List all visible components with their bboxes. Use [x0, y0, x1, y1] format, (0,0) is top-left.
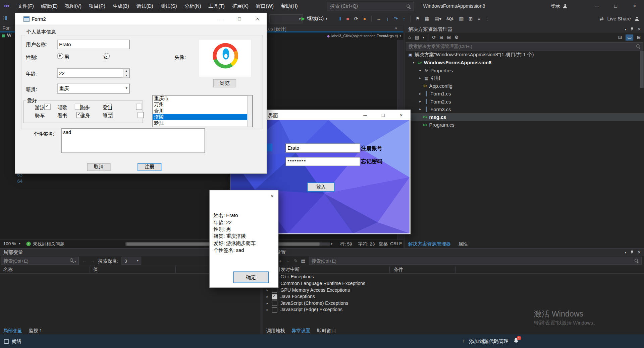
forgot-password-link[interactable]: 忘记密码 [361, 158, 382, 165]
solution-explorer-scrollbar[interactable] [640, 51, 644, 88]
column-value[interactable]: 值 [90, 267, 176, 273]
show-next-statement-icon[interactable]: → [376, 16, 381, 22]
properties-icon[interactable]: ⚙ [454, 34, 459, 40]
hobby-label[interactable]: 看书 [57, 113, 67, 120]
pin-icon[interactable] [631, 251, 634, 254]
hobby-label[interactable]: 登山 [103, 104, 112, 111]
hot-reload-icon[interactable]: ● [363, 16, 366, 22]
menu-debug[interactable]: 调试(D) [133, 0, 157, 12]
minimize-button[interactable]: ─ [212, 13, 230, 24]
switch-views-icon[interactable]: ▤ [415, 34, 419, 40]
tab-locals[interactable]: 局部变量 [3, 328, 22, 334]
exception-row[interactable]: ▸ C++ Exceptions [263, 274, 644, 280]
hobby-checkbox-gym[interactable] [138, 112, 144, 118]
maximize-button[interactable]: □ [230, 13, 249, 24]
exception-checkbox[interactable] [272, 300, 277, 306]
tree-item-appconfig[interactable]: ⚙ App.config [405, 82, 644, 90]
exception-row[interactable]: ▸ JavaScript (Chrome) Exceptions [263, 300, 644, 306]
step-out-icon[interactable]: ↑ [403, 16, 405, 22]
collapsed-arrow-icon[interactable]: ▸ [418, 108, 422, 111]
listbox-scrollbar[interactable] [247, 95, 252, 127]
tree-item-project[interactable]: ▾ C# WindowsFormsAppmission8 [405, 59, 644, 66]
locals-search-input[interactable]: 搜索(Ctrl+E) ▾ [1, 257, 79, 265]
menu-file[interactable]: 文件(F) [14, 0, 38, 12]
register-account-link[interactable]: 注册账号 [361, 145, 382, 152]
zoom-chevron-icon[interactable]: ▾ [19, 241, 20, 245]
spin-down-icon[interactable]: ▼ [123, 73, 129, 78]
tree-item-programcs[interactable]: C# Program.cs [405, 121, 644, 129]
female-radio-label[interactable]: 女 [103, 54, 108, 61]
tree-item-form1[interactable]: ▸ Form1.cs [405, 90, 644, 97]
menu-window[interactable]: 窗口(W) [252, 0, 277, 12]
tab-call-stack[interactable]: 调用堆栈 [266, 328, 285, 334]
chevron-down-icon[interactable]: ▾ [423, 36, 424, 39]
list-item[interactable]: 万州 [153, 102, 252, 108]
hobby-label[interactable]: 跑步 [80, 104, 90, 111]
hobby-checkbox-climb[interactable] [136, 104, 142, 110]
continue-button[interactable]: ▶ 继续(C) ▾ [302, 14, 327, 23]
chevron-down-icon[interactable]: ▾ [625, 251, 626, 254]
hobby-label[interactable]: 健身 [80, 113, 90, 120]
add-to-source-control-button[interactable]: 添加到源代码管理 [469, 338, 508, 345]
zoom-level[interactable]: 100 % [3, 241, 16, 246]
exception-checkbox[interactable] [272, 294, 277, 299]
solution-search-input[interactable]: 搜索解决方案资源管理器(Ctrl+;) [406, 42, 643, 50]
expanded-arrow-icon[interactable]: ▾ [412, 61, 416, 64]
tab-watch1[interactable]: 监视 1 [29, 328, 42, 334]
exception-checkbox[interactable] [272, 287, 277, 293]
list-item[interactable]: 合川 [153, 108, 252, 114]
close-icon[interactable]: × [638, 249, 641, 255]
exception-row[interactable]: ▸ Java Exceptions [263, 293, 644, 300]
document-tab-designer[interactable]: .cs [设计] [267, 26, 286, 32]
tab-solution-explorer[interactable]: 解决方案资源管理器 [408, 241, 451, 247]
sql-toolbar-label[interactable]: SQL [446, 17, 454, 21]
login-button[interactable]: 登入 [307, 183, 335, 192]
register-button[interactable]: 注册 [138, 163, 161, 171]
list-item[interactable]: 黔江 [153, 120, 252, 126]
spinner-buttons[interactable]: ▲▼ [123, 69, 129, 78]
tree-item-form3[interactable]: ▸ Form3.cs [405, 106, 644, 113]
username-input[interactable]: Erato [57, 40, 130, 49]
menu-build[interactable]: 生成(B) [109, 0, 133, 12]
login-username-input[interactable]: Erato [285, 144, 360, 153]
minimize-button[interactable]: ─ [587, 0, 606, 12]
column-condition[interactable]: 条件 [390, 267, 456, 273]
tab-immediate-window[interactable]: 即时窗口 [317, 328, 336, 334]
quick-search-input[interactable]: 搜索 (Ctrl+Q) [327, 2, 414, 11]
tree-item-properties[interactable]: ▸ ⚙ Properties [405, 66, 644, 74]
close-icon[interactable]: × [638, 26, 641, 32]
menu-extensions[interactable]: 扩展(X) [228, 0, 252, 12]
menu-tools[interactable]: 工具(T) [205, 0, 228, 12]
city-listbox[interactable]: 重庆市 万州 合川 涪陵 黔江 [152, 95, 253, 127]
minimize-button[interactable]: ─ [356, 110, 374, 120]
collapse-all-icon[interactable]: ⊟ [440, 34, 443, 40]
breadcrumb-class-fragment[interactable]: W [7, 33, 11, 38]
method-dropdown[interactable]: ◆ label3_Click(object sender, EventArgs … [327, 33, 401, 40]
tree-item-references[interactable]: ▸ ▦ 引用 [405, 74, 644, 82]
step-over-icon[interactable]: ↷ [394, 16, 398, 22]
exception-checkbox[interactable] [272, 307, 277, 312]
sign-in-button[interactable]: 登录 [550, 0, 567, 12]
spin-up-icon[interactable]: ▲ [123, 69, 129, 73]
signature-textarea[interactable]: sad [61, 128, 205, 153]
menu-analyze[interactable]: 分析(N) [181, 0, 205, 12]
source-control-chevron-icon[interactable]: ▴ [506, 339, 508, 342]
layout-icon[interactable]: ▥ [459, 16, 464, 22]
menu-edit[interactable]: 编辑(E) [38, 0, 61, 12]
pin-icon[interactable] [631, 27, 634, 31]
collapsed-arrow-icon[interactable]: ▸ [418, 68, 422, 72]
cancel-button[interactable]: 取消 [87, 163, 111, 171]
chevron-down-icon[interactable]: ▾ [625, 27, 626, 31]
age-numeric-updown[interactable]: 22 ▲▼ [57, 68, 130, 78]
refresh-icon[interactable]: ⟳ [432, 34, 436, 40]
menu-view[interactable]: 视图(V) [61, 0, 85, 12]
collapsed-arrow-icon[interactable]: ▸ [265, 295, 269, 298]
tree-item-form2[interactable]: ▸ Form2.cs [405, 97, 644, 105]
list-item[interactable]: 涪陵 [153, 114, 252, 120]
stop-icon[interactable]: ■ [346, 16, 349, 22]
list-settings-icon[interactable]: ▤ [301, 258, 306, 264]
exceptions-search-input[interactable]: 搜索(Ctrl+E) [309, 257, 642, 265]
close-icon[interactable]: × [271, 193, 274, 200]
browse-button[interactable]: 浏览 [213, 79, 236, 87]
live-share-button[interactable]: Live Share [607, 16, 631, 22]
